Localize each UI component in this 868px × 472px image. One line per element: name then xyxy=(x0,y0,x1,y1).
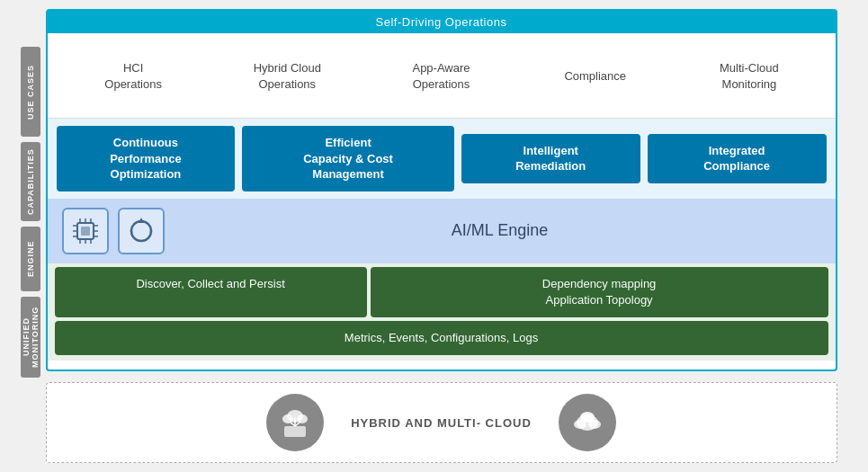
use-case-hci: HCIOperations xyxy=(57,60,210,93)
label-capabilities: CAPABILITIES xyxy=(21,142,40,221)
bottom-wrapper: HYBRID AND MULTI- CLOUD xyxy=(21,377,848,463)
label-monitoring: Unified Monitoring xyxy=(21,297,40,378)
capability-compliance: IntegratedCompliance xyxy=(648,134,827,183)
svg-point-21 xyxy=(297,414,308,423)
svg-rect-15 xyxy=(284,426,306,437)
svg-rect-1 xyxy=(81,227,90,236)
monitoring-metrics: Metrics, Events, Configurations, Logs xyxy=(55,321,828,355)
cloud-icon-left xyxy=(266,394,324,451)
diagram: Self-Driving Operations HCIOperations Hy… xyxy=(46,9,837,371)
capability-capacity: EfficientCapacity & CostManagement xyxy=(242,126,453,191)
cloud-text: HYBRID AND MULTI- CLOUD xyxy=(351,416,532,430)
monitoring-section: Discover, Collect and Persist Dependency… xyxy=(48,263,836,361)
capabilities-row: ContinuousPerformanceOptimization Effici… xyxy=(48,119,836,199)
engine-row: AI/ML Engine xyxy=(48,199,836,263)
capability-remediation: IntelligentRemediation xyxy=(461,134,640,183)
top-bar: Self-Driving Operations xyxy=(48,11,836,33)
monitoring-dependency: Dependency mappingApplication Topology xyxy=(371,267,828,317)
use-cases-row: HCIOperations Hybrid CloudOperations App… xyxy=(48,33,836,119)
cycle-icon xyxy=(118,208,165,254)
use-case-compliance: Compliance xyxy=(518,68,672,85)
engine-icons xyxy=(62,208,165,254)
use-case-hybrid-cloud: Hybrid CloudOperations xyxy=(210,60,364,93)
cloud-area: HYBRID AND MULTI- CLOUD xyxy=(46,382,837,463)
label-engine: ENGINE xyxy=(21,227,40,291)
capability-performance: ContinuousPerformanceOptimization xyxy=(57,126,236,191)
engine-label: AI/ML Engine xyxy=(179,221,821,240)
monitoring-top: Discover, Collect and Persist Dependency… xyxy=(48,263,836,319)
chip-icon xyxy=(62,208,109,254)
use-case-app-aware: App-AwareOperations xyxy=(364,60,518,93)
main-container: USE CASES CAPABILITIES ENGINE Unified Mo… xyxy=(21,9,848,463)
use-case-multi-cloud: Multi-CloudMonitoring xyxy=(672,60,826,93)
svg-point-20 xyxy=(282,414,293,423)
cloud-icon-right xyxy=(559,394,616,451)
svg-point-25 xyxy=(580,412,595,423)
label-use-cases: USE CASES xyxy=(21,47,40,137)
monitoring-discover: Discover, Collect and Persist xyxy=(55,267,367,317)
